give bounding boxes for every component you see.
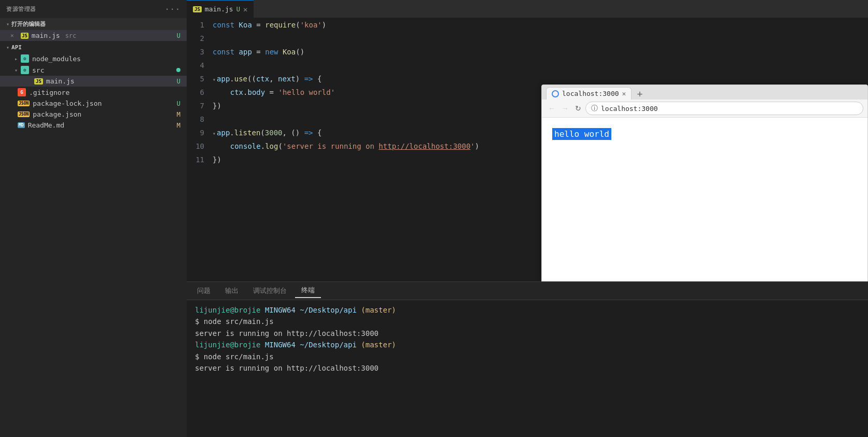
browser-tab-bar: localhost:3000 ✕ + xyxy=(542,85,867,100)
sidebar-header: 资源管理器 ··· xyxy=(0,0,187,18)
line-content-1: const Koa = require('koa') xyxy=(213,21,326,29)
line-content-6: ctx.body = 'hello world' xyxy=(213,88,335,96)
code-line-2: 2 xyxy=(187,32,868,45)
browser-address: localhost:3000 xyxy=(601,105,658,112)
sidebar-item-package-lock[interactable]: JSON package-lock.json U xyxy=(0,98,187,109)
node-modules-icon: ⚙ xyxy=(21,54,29,63)
src-folder-icon: ⚙ xyxy=(21,66,29,74)
line-content-5: ▾app.use((ctx, next) => { xyxy=(213,75,321,83)
sidebar-more-button[interactable]: ··· xyxy=(164,4,180,14)
terminal-line-1: lijunjie@brojie MINGW64 ~/Desktop/api (m… xyxy=(195,304,860,316)
line-content-11: }) xyxy=(213,156,221,164)
tab-close-button[interactable]: ✕ xyxy=(243,5,247,13)
browser-nav: ← → ↻ ⓘ localhost:3000 xyxy=(542,100,867,118)
open-file-name: main.js xyxy=(32,32,60,39)
terminal-line-6: $ node src/main.js xyxy=(195,351,860,362)
package-lock-label: package-lock.json xyxy=(33,100,102,107)
main-js-label: main.js xyxy=(46,77,75,85)
line-num-10: 10 xyxy=(187,142,213,150)
package-lock-badge: U xyxy=(177,100,180,107)
project-name: API xyxy=(11,44,22,51)
line-num-6: 6 xyxy=(187,88,213,96)
line-content-9: ▾app.listen(3000, () => { xyxy=(213,129,321,137)
js-file-icon: JS xyxy=(21,33,29,39)
open-file-path: src xyxy=(65,32,77,39)
readme-icon: MD xyxy=(18,122,25,128)
sidebar-item-main-js[interactable]: JS main.js U xyxy=(0,76,187,87)
package-json-badge: M xyxy=(177,111,180,118)
file-tree: API ⚙ node_modules ⚙ src JS main.js U G … xyxy=(0,41,187,132)
terminal-line-7: server is running on http://localhost:30… xyxy=(195,362,860,374)
open-editors-header[interactable]: 打开的编辑器 xyxy=(0,18,187,30)
sidebar-item-gitignore[interactable]: G .gitignore xyxy=(0,87,187,98)
gitignore-label: .gitignore xyxy=(29,89,69,96)
src-modified-dot xyxy=(176,68,180,72)
browser-content: hello world xyxy=(542,118,867,281)
tab-badge: U xyxy=(236,6,240,13)
project-header[interactable]: API xyxy=(0,42,187,53)
sidebar-item-node-modules[interactable]: ⚙ node_modules xyxy=(0,53,187,64)
panel-tab-debug[interactable]: 调试控制台 xyxy=(247,284,293,298)
sidebar-item-package-json[interactable]: JSON package.json M xyxy=(0,109,187,120)
panel-tabs: 问题 输出 调试控制台 终端 xyxy=(187,282,868,300)
code-line-1: 1 const Koa = require('koa') xyxy=(187,18,868,32)
open-editors-label: 打开的编辑器 xyxy=(11,20,46,28)
panel-tab-problems[interactable]: 问题 xyxy=(191,284,217,298)
browser-overlay: localhost:3000 ✕ + ← → ↻ ⓘ localhost:300… xyxy=(541,84,868,281)
open-file-badge: U xyxy=(177,32,180,39)
readme-badge: M xyxy=(177,122,180,129)
close-icon[interactable]: ✕ xyxy=(10,32,18,39)
browser-tab[interactable]: localhost:3000 ✕ xyxy=(546,87,632,100)
main-area: JS main.js U ✕ 1 const Koa = require('ko… xyxy=(187,0,868,437)
main-js-badge: U xyxy=(177,78,180,85)
browser-address-bar[interactable]: ⓘ localhost:3000 xyxy=(585,102,863,115)
sidebar: 资源管理器 ··· 打开的编辑器 ✕ JS main.js src U API … xyxy=(0,0,187,437)
browser-forward-button[interactable]: → xyxy=(559,103,571,114)
open-editors-chevron xyxy=(6,21,9,27)
package-json-label: package.json xyxy=(33,110,81,118)
open-editors-section: 打开的编辑器 ✕ JS main.js src U xyxy=(0,18,187,41)
line-content-10: console.log('server is running on http:/… xyxy=(213,142,479,150)
tab-filename: main.js xyxy=(205,5,233,13)
panel-tab-terminal[interactable]: 终端 xyxy=(295,284,321,298)
line-num-8: 8 xyxy=(187,115,213,123)
line-num-1: 1 xyxy=(187,21,213,29)
node-modules-chevron xyxy=(15,56,18,62)
line-num-11: 11 xyxy=(187,156,213,164)
node-modules-label: node_modules xyxy=(32,55,81,63)
line-content-3: const app = new Koa() xyxy=(213,48,304,56)
browser-tab-close[interactable]: ✕ xyxy=(622,90,626,97)
line-num-5: 5 xyxy=(187,75,213,83)
globe-icon xyxy=(552,90,559,97)
src-label: src xyxy=(32,66,44,74)
browser-reload-button[interactable]: ↻ xyxy=(573,103,583,114)
code-line-5: 5 ▾app.use((ctx, next) => { xyxy=(187,72,868,86)
editor-tab-main-js[interactable]: JS main.js U ✕ xyxy=(187,0,254,18)
line-num-7: 7 xyxy=(187,102,213,110)
fold-arrow-9[interactable]: ▾ xyxy=(213,131,216,136)
line-num-3: 3 xyxy=(187,48,213,56)
package-json-icon: JSON xyxy=(18,111,30,117)
src-chevron xyxy=(15,67,18,73)
readme-label: ReadMe.md xyxy=(28,121,64,129)
browser-back-button[interactable]: ← xyxy=(546,103,557,114)
main-js-icon: JS xyxy=(34,78,43,84)
terminal-content[interactable]: lijunjie@brojie MINGW64 ~/Desktop/api (m… xyxy=(187,300,868,437)
sidebar-item-src[interactable]: ⚙ src xyxy=(0,64,187,76)
terminal-line-2: $ node src/main.js xyxy=(195,316,860,327)
fold-arrow-5[interactable]: ▾ xyxy=(213,77,216,82)
line-num-4: 4 xyxy=(187,61,213,69)
sidebar-item-readme[interactable]: MD ReadMe.md M xyxy=(0,120,187,131)
project-chevron xyxy=(6,45,9,50)
line-num-2: 2 xyxy=(187,34,213,43)
gitignore-icon: G xyxy=(18,88,26,96)
browser-new-tab-button[interactable]: + xyxy=(634,88,646,99)
line-num-9: 9 xyxy=(187,129,213,137)
panel-tab-output[interactable]: 输出 xyxy=(219,284,245,298)
editor-area: 1 const Koa = require('koa') 2 3 const a… xyxy=(187,18,868,281)
tab-js-icon: JS xyxy=(193,6,202,12)
browser-hello-world: hello world xyxy=(552,128,611,140)
open-editors-item[interactable]: ✕ JS main.js src U xyxy=(0,30,187,41)
bottom-panel: 问题 输出 调试控制台 终端 lijunjie@brojie MINGW64 ~… xyxy=(187,281,868,437)
code-line-4: 4 xyxy=(187,59,868,72)
